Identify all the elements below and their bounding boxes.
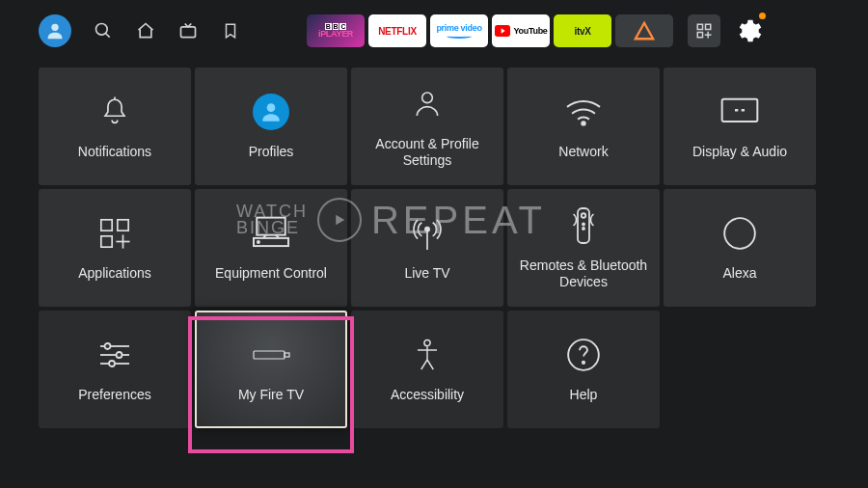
tile-label: Equipment Control <box>215 265 327 283</box>
svg-rect-7 <box>697 33 702 38</box>
svg-point-33 <box>105 343 111 349</box>
tile-label: Profiles <box>249 144 294 161</box>
svg-rect-6 <box>706 24 711 29</box>
equipment-icon <box>252 213 290 254</box>
avatar-icon <box>253 92 289 132</box>
svg-line-44 <box>427 360 433 369</box>
apps-grid-button[interactable] <box>688 14 720 47</box>
top-navigation: BBCiPLAYERNETFLIXprime videoYouTubeitvX <box>0 0 868 58</box>
tile-label: Applications <box>78 265 151 283</box>
antenna-icon <box>411 213 444 254</box>
app-bbc-iplayer[interactable]: BBCiPLAYER <box>307 14 365 47</box>
tile-display[interactable]: Display & Audio <box>664 68 816 185</box>
app-youtube[interactable]: YouTube <box>492 14 550 47</box>
tile-network[interactable]: Network <box>507 68 660 185</box>
grid-plus-icon <box>98 213 131 254</box>
svg-point-31 <box>724 218 755 249</box>
question-icon <box>565 335 602 375</box>
tile-label: Network <box>558 144 608 161</box>
profile-avatar[interactable] <box>39 14 71 47</box>
tile-label: Help <box>570 387 598 404</box>
tile-help[interactable]: Help <box>507 311 660 428</box>
search-icon[interactable] <box>93 20 114 41</box>
svg-rect-17 <box>101 236 112 247</box>
svg-rect-5 <box>697 24 702 29</box>
body-icon <box>413 335 442 375</box>
tile-accessibility[interactable]: Accessibility <box>351 311 503 428</box>
tile-label: Accessibility <box>391 387 464 404</box>
svg-rect-14 <box>722 99 758 122</box>
tile-remotes[interactable]: Remotes & Bluetooth Devices <box>507 189 660 307</box>
tile-label: Remotes & Bluetooth Devices <box>513 258 654 291</box>
tile-label: Live TV <box>404 265 449 283</box>
tile-notifications[interactable]: Notifications <box>39 68 191 185</box>
settings-grid: NotificationsProfilesAccount & Profile S… <box>0 58 868 438</box>
tile-label: Alexa <box>722 265 756 283</box>
tile-label: Account & Profile Settings <box>357 136 498 170</box>
nav-left <box>39 14 241 47</box>
tile-myfiretv[interactable]: My Fire TV <box>195 311 347 428</box>
tile-applications[interactable]: Applications <box>39 189 191 307</box>
svg-point-46 <box>583 362 584 364</box>
tile-label: Preferences <box>78 387 150 404</box>
tile-equipment[interactable]: Equipment Control <box>195 189 347 307</box>
nav-right <box>688 14 765 48</box>
svg-line-43 <box>421 360 427 369</box>
app-netflix[interactable]: NETFLIX <box>368 14 426 47</box>
tile-label: Notifications <box>78 144 151 161</box>
svg-point-13 <box>582 122 584 124</box>
person-icon <box>412 84 443 124</box>
tile-account[interactable]: Account & Profile Settings <box>351 68 503 185</box>
svg-point-35 <box>117 352 122 358</box>
svg-rect-38 <box>254 351 285 359</box>
svg-point-1 <box>96 24 108 36</box>
tv-icon[interactable] <box>177 20 199 41</box>
svg-rect-39 <box>285 353 289 357</box>
bell-icon <box>98 92 131 132</box>
notification-dot-icon <box>759 13 766 19</box>
tile-alexa[interactable]: Alexa <box>664 189 816 307</box>
home-icon[interactable] <box>135 20 156 41</box>
svg-line-2 <box>106 34 110 38</box>
tile-profiles[interactable]: Profiles <box>195 68 347 185</box>
svg-point-11 <box>267 104 276 113</box>
svg-point-40 <box>424 340 430 346</box>
annotation-arrow <box>0 438 868 488</box>
tile-livetv[interactable]: Live TV <box>351 189 503 307</box>
svg-point-30 <box>583 227 584 229</box>
svg-point-24 <box>258 241 259 243</box>
settings-button[interactable] <box>730 14 765 48</box>
svg-point-29 <box>583 223 584 225</box>
svg-point-37 <box>109 361 115 366</box>
svg-rect-16 <box>118 220 128 230</box>
stick-icon <box>250 335 292 375</box>
svg-point-28 <box>582 213 586 218</box>
app-itvx[interactable]: itvX <box>554 14 611 47</box>
circle-icon <box>721 213 758 254</box>
sliders-icon <box>96 335 133 375</box>
svg-point-12 <box>422 93 433 103</box>
remote-icon <box>569 205 598 246</box>
tile-label: Display & Audio <box>692 144 787 161</box>
bookmark-icon[interactable] <box>220 20 241 41</box>
app-triangle[interactable] <box>615 14 673 47</box>
wifi-icon <box>563 92 604 132</box>
tile-preferences[interactable]: Preferences <box>39 311 191 428</box>
tile-label: My Fire TV <box>238 387 304 404</box>
monitor-icon <box>719 92 760 132</box>
app-prime-video[interactable]: prime video <box>430 14 488 47</box>
app-shortcuts: BBCiPLAYERNETFLIXprime videoYouTubeitvX <box>307 14 673 47</box>
svg-rect-3 <box>181 27 196 38</box>
svg-point-0 <box>51 24 58 31</box>
svg-rect-20 <box>257 218 285 235</box>
svg-rect-15 <box>101 220 112 230</box>
